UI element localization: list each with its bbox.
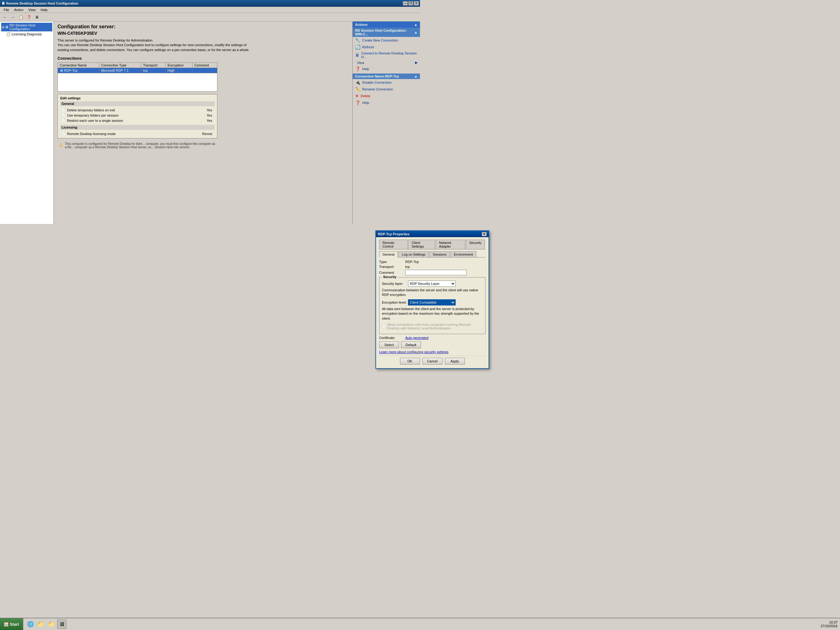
- app-icon: 🖥: [1, 1, 5, 6]
- rdsh-section-header: RD Session Host Configuration: WIN-C... …: [353, 28, 420, 37]
- connection-name-header: Connection Name:RDP-Tcp ▲: [353, 73, 420, 79]
- action-help-top-label: Help: [362, 67, 369, 71]
- menu-action[interactable]: Action: [12, 7, 26, 12]
- refresh-icon: 🔄: [355, 44, 360, 49]
- delete-icon: ✕: [355, 93, 359, 98]
- toolbar-help[interactable]: ❓: [25, 14, 33, 21]
- col-transport: Transport: [141, 63, 166, 68]
- setting-row-restrict: 📄Restrict each user to a single session …: [60, 118, 215, 123]
- connection-name-label: Connection Name:RDP-Tcp: [355, 74, 399, 78]
- menu-help[interactable]: Help: [38, 7, 50, 12]
- action-create-connection[interactable]: 🔧 Create New Connection: [353, 37, 420, 44]
- tree-expand-icon[interactable]: ⊞: [2, 25, 4, 29]
- action-refresh-label: Refresh: [362, 45, 374, 49]
- action-disable-connection[interactable]: 🔌 Disable Connection: [353, 79, 420, 86]
- rdsh-section-label: RD Session Host Configuration: WIN-C...: [355, 28, 414, 36]
- tree-item-licensing[interactable]: 📋 Licensing Diagnosis: [1, 32, 52, 37]
- setting-label-2: Use temporary folders per session: [67, 114, 119, 117]
- toolbar-rdp[interactable]: 🖥: [33, 14, 41, 21]
- action-view-label: View: [357, 61, 364, 65]
- table-row[interactable]: 🖥 RDP-Tcp Microsoft RDP 7.1 tcp High: [58, 68, 217, 73]
- close-button[interactable]: ✕: [414, 1, 419, 6]
- title-bar: 🖥 Remote Desktop Session Host Configurat…: [0, 0, 420, 7]
- modal-title-bar: RDP-Tcp Properties ✕: [376, 231, 420, 236]
- connections-section-header: Connections: [57, 56, 349, 60]
- setting-row-use-temp: 📄Use temporary folders per session Yes: [60, 112, 215, 118]
- center-panel: Configuration for server: WIN-C4T8SKP35E…: [54, 22, 352, 224]
- action-help-connection-label: Help: [362, 101, 369, 104]
- main-window: ⊞ 🖥 RD Session Host Configuration: 📋 Lic…: [0, 22, 420, 224]
- tree-rdsh-label: RD Session Host Configuration:: [9, 24, 52, 31]
- cell-encryption: High: [166, 68, 193, 73]
- restore-button[interactable]: ❐: [408, 1, 413, 6]
- tree-licensing-icon: 📋: [6, 32, 11, 36]
- minimize-button[interactable]: —: [403, 1, 408, 6]
- setting-label-1: Delete temporary folders on exit: [67, 108, 115, 112]
- action-delete-label: Delete: [361, 94, 371, 98]
- setting-row-licensing: 📄Remote Desktop licensing mode Remot: [60, 131, 215, 136]
- rdp-properties-dialog: RDP-Tcp Properties ✕ Remote Control Clie…: [376, 230, 420, 236]
- window-title: Remote Desktop Session Host Configuratio…: [6, 2, 403, 5]
- toolbar-forward[interactable]: →: [9, 14, 17, 21]
- menu-bar: File Action View Help: [0, 7, 420, 13]
- connections-table: Connection Name Connection Type Transpor…: [57, 62, 217, 92]
- setting-icon-2: 📄: [62, 113, 66, 117]
- server-name: WIN-C4T8SKP35EV: [57, 31, 349, 36]
- toolbar-clipboard[interactable]: 📋: [17, 14, 25, 21]
- setting-value-3: Yes: [189, 119, 213, 122]
- action-view[interactable]: View ▶: [353, 60, 420, 65]
- create-connection-icon: 🔧: [355, 38, 360, 43]
- setting-value-1: Yes: [189, 108, 213, 112]
- licensing-group-title: Licensing: [60, 125, 215, 130]
- action-help-top[interactable]: ❓ Help: [353, 65, 420, 72]
- action-rename-connection[interactable]: ✏️ Rename Connection: [353, 86, 420, 93]
- setting-row-delete-temp: 📄Delete temporary folders on exit Yes: [60, 108, 215, 112]
- table-row-empty: [58, 73, 217, 92]
- col-encryption: Encryption: [166, 63, 193, 68]
- setting-icon-3: 📄: [62, 119, 66, 122]
- setting-label-3: Restrict each user to a single session: [67, 119, 123, 122]
- tree-item-rdsh[interactable]: ⊞ 🖥 RD Session Host Configuration:: [1, 23, 52, 32]
- edit-settings-box: Edit settings General 📄Delete temporary …: [57, 94, 217, 138]
- action-delete[interactable]: ✕ Delete: [353, 93, 420, 99]
- warning-box: ⚠ This computer is configured for Remote…: [57, 141, 217, 150]
- help-top-icon: ❓: [355, 66, 360, 71]
- col-connection-type: Connection Type: [99, 63, 141, 68]
- view-arrow-icon: ▶: [415, 60, 418, 65]
- cell-name: 🖥 RDP-Tcp: [58, 68, 99, 73]
- connection-section-chevron: ▲: [414, 74, 418, 78]
- col-comment: Comment: [192, 63, 217, 68]
- modal-title: RDP-Tcp Properties: [378, 232, 409, 236]
- warning-icon: ⚠: [59, 142, 63, 148]
- action-refresh[interactable]: 🔄 Refresh: [353, 44, 420, 51]
- rdsh-section-chevron: ▲: [414, 30, 418, 34]
- warning-text: This computer is configured for Remote D…: [65, 142, 216, 149]
- edit-settings-title: Edit settings: [60, 96, 215, 100]
- cell-comment: [192, 68, 217, 73]
- connect-rdsh-icon: 🖥: [355, 52, 359, 57]
- action-create-label: Create New Connection: [362, 38, 398, 42]
- config-title: Configuration for server:: [57, 24, 349, 30]
- disable-connection-icon: 🔌: [355, 80, 360, 85]
- setting-icon-1: 📄: [62, 108, 66, 112]
- toolbar-back[interactable]: ←: [1, 14, 9, 21]
- menu-file[interactable]: File: [1, 7, 12, 12]
- right-panel: Actions ▲ RD Session Host Configuration:…: [352, 22, 420, 224]
- help-connection-icon: ❓: [355, 100, 360, 105]
- action-rename-label: Rename Connection: [362, 87, 393, 91]
- setting-value-4: Remot: [189, 132, 213, 136]
- setting-value-2: Yes: [189, 114, 213, 117]
- col-connection-name: Connection Name: [58, 63, 99, 68]
- actions-chevron: ▲: [414, 23, 418, 27]
- action-connect-rdsh[interactable]: 🖥 Connect to Remote Desktop Session H...: [353, 51, 420, 60]
- tree-licensing-label: Licensing Diagnosis: [12, 32, 42, 36]
- setting-label-4: Remote Desktop licensing mode: [67, 132, 115, 136]
- action-disable-label: Disable Connection: [362, 81, 392, 84]
- config-description: This server is configured for Remote Des…: [57, 38, 349, 52]
- general-group-title: General: [60, 101, 215, 106]
- left-panel: ⊞ 🖥 RD Session Host Configuration: 📋 Lic…: [0, 22, 54, 224]
- actions-header: Actions ▲: [353, 22, 420, 28]
- action-connect-label: Connect to Remote Desktop Session H...: [361, 51, 418, 59]
- action-help-connection[interactable]: ❓ Help: [353, 99, 420, 106]
- menu-view[interactable]: View: [26, 7, 38, 12]
